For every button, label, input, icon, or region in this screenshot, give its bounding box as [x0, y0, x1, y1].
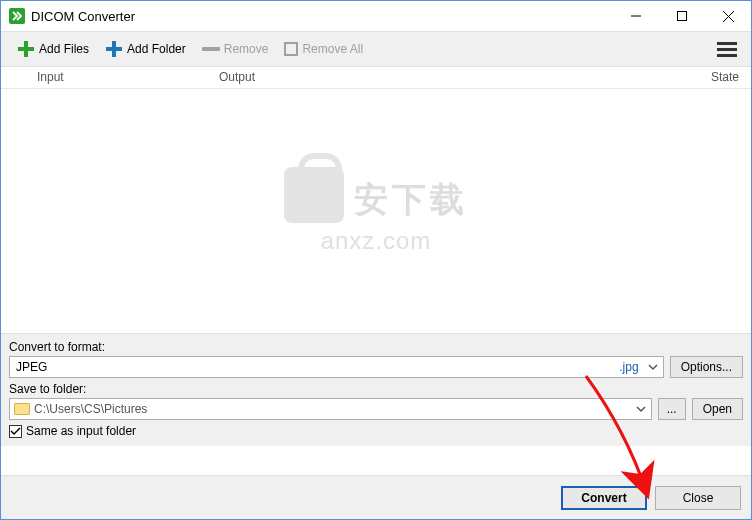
footer: Convert Close — [1, 475, 751, 519]
window-title: DICOM Converter — [31, 9, 135, 24]
close-dialog-button[interactable]: Close — [655, 486, 741, 510]
folder-icon — [14, 403, 30, 415]
bottom-panel: Convert to format: JPEG .jpg Options... … — [1, 333, 751, 446]
format-ext: .jpg — [619, 360, 638, 374]
open-button[interactable]: Open — [692, 398, 743, 420]
maximize-button[interactable] — [659, 1, 705, 31]
bag-icon — [284, 167, 344, 223]
chevron-down-icon — [647, 361, 659, 376]
remove-button[interactable]: Remove — [194, 38, 277, 60]
chevron-down-icon — [635, 403, 647, 418]
app-icon — [9, 8, 25, 24]
menu-button[interactable] — [711, 33, 743, 66]
add-folder-button[interactable]: Add Folder — [97, 36, 194, 62]
file-list[interactable]: 安下载 anxz.com — [1, 89, 751, 333]
watermark-text: 安下载 — [354, 177, 468, 223]
options-button[interactable]: Options... — [670, 356, 743, 378]
toolbar: Add Files Add Folder Remove Remove All — [1, 31, 751, 67]
list-header: Input Output State — [1, 67, 751, 89]
plus-icon — [17, 40, 35, 58]
square-icon — [284, 42, 298, 56]
close-button[interactable] — [705, 1, 751, 31]
minimize-button[interactable] — [613, 1, 659, 31]
format-label: Convert to format: — [9, 340, 743, 354]
svg-rect-5 — [18, 47, 34, 51]
titlebar: DICOM Converter — [1, 1, 751, 31]
remove-all-button[interactable]: Remove All — [276, 38, 371, 60]
minus-icon — [202, 47, 220, 51]
check-icon — [10, 426, 21, 437]
folder-dropdown[interactable]: C:\Users\CS\Pictures — [9, 398, 652, 420]
plus-icon — [105, 40, 123, 58]
checkbox-label: Same as input folder — [26, 424, 136, 438]
hamburger-icon — [717, 42, 737, 45]
svg-rect-7 — [106, 47, 122, 51]
watermark: 安下载 anxz.com — [284, 167, 468, 255]
col-input[interactable]: Input — [1, 67, 211, 88]
same-folder-checkbox[interactable]: Same as input folder — [9, 424, 743, 438]
svg-rect-1 — [678, 12, 687, 21]
add-files-button[interactable]: Add Files — [9, 36, 97, 62]
convert-button[interactable]: Convert — [561, 486, 647, 510]
watermark-domain: anxz.com — [284, 227, 468, 255]
format-dropdown[interactable]: JPEG .jpg — [9, 356, 664, 378]
format-value: JPEG — [16, 360, 619, 374]
col-state[interactable]: State — [689, 67, 751, 88]
checkbox-box — [9, 425, 22, 438]
col-output[interactable]: Output — [211, 67, 689, 88]
folder-path: C:\Users\CS\Pictures — [34, 402, 647, 416]
browse-button[interactable]: ... — [658, 398, 686, 420]
folder-label: Save to folder: — [9, 382, 743, 396]
